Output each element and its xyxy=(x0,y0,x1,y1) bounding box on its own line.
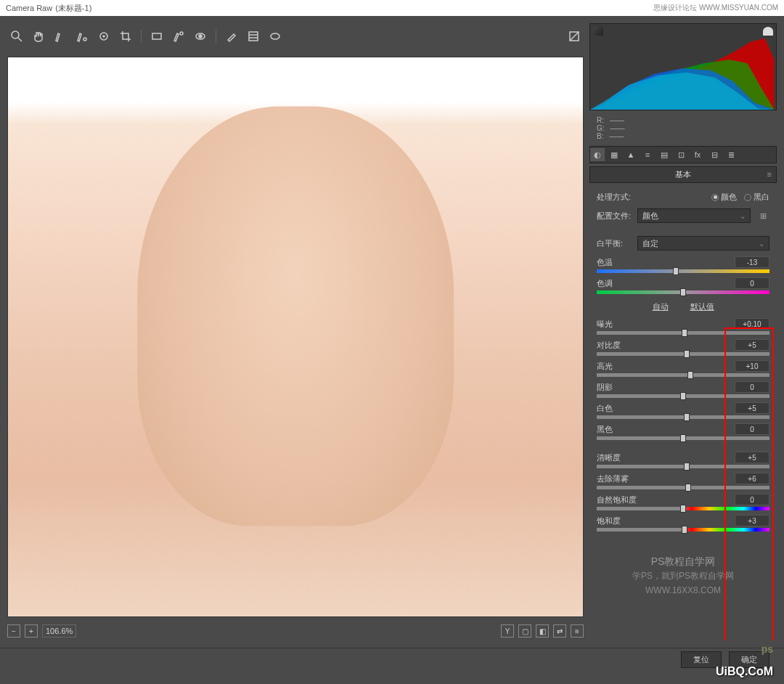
color-sampler-icon[interactable] xyxy=(75,30,89,43)
blacks-slider[interactable] xyxy=(597,436,769,440)
tab-lens[interactable]: ⊡ xyxy=(674,148,688,161)
saturation-value[interactable]: +3 xyxy=(735,515,769,526)
b-label: B: xyxy=(597,132,603,140)
clarity-slider-row: 清晰度+5 xyxy=(597,452,769,468)
svg-point-3 xyxy=(100,33,107,40)
footer-bar: 复位 确定 xyxy=(0,648,784,671)
highlights-slider[interactable] xyxy=(597,373,769,377)
exposure-label: 曝光 xyxy=(597,319,613,330)
adjustment-brush-icon[interactable] xyxy=(225,30,238,43)
profile-label: 配置文件: xyxy=(597,211,632,221)
highlights-value[interactable]: +10 xyxy=(735,360,769,372)
auto-link[interactable]: 自动 xyxy=(653,301,669,312)
zoom-level[interactable]: 106.6% xyxy=(42,624,76,638)
histogram[interactable] xyxy=(589,23,777,110)
hand-tool-icon[interactable] xyxy=(32,30,45,43)
tab-curve[interactable]: ▦ xyxy=(607,148,621,161)
tab-hsl[interactable]: ≡ xyxy=(640,148,655,161)
exposure-slider-row: 曝光+0.10 xyxy=(597,318,769,335)
clarity-label: 清晰度 xyxy=(597,452,621,463)
zoom-in-button[interactable]: + xyxy=(25,624,38,638)
vibrance-slider[interactable] xyxy=(597,507,769,510)
target-adjust-icon[interactable] xyxy=(97,30,110,43)
panel-menu-icon[interactable]: ≡ xyxy=(767,170,772,179)
transform-tool-icon[interactable] xyxy=(150,30,163,43)
temp-value[interactable]: -13 xyxy=(735,256,769,268)
default-link[interactable]: 默认值 xyxy=(690,301,714,312)
exposure-slider[interactable] xyxy=(597,331,769,335)
white-balance-tool-icon[interactable] xyxy=(54,30,67,43)
preview-menu-button[interactable]: ≡ xyxy=(571,624,584,638)
preview-y-button[interactable]: Y xyxy=(501,624,514,638)
portrait-placeholder xyxy=(137,106,454,526)
preview-compare-button[interactable]: ▢ xyxy=(518,624,531,638)
tint-value[interactable]: 0 xyxy=(735,277,769,289)
svg-point-8 xyxy=(199,35,202,38)
treatment-label: 处理方式: xyxy=(597,192,632,203)
tint-slider[interactable] xyxy=(597,290,769,294)
zoom-tool-icon[interactable] xyxy=(10,30,23,43)
profile-browse-icon[interactable]: ⊞ xyxy=(756,209,769,222)
contrast-slider[interactable] xyxy=(597,352,769,356)
tint-label: 色调 xyxy=(597,278,613,289)
clarity-slider[interactable] xyxy=(597,465,769,468)
whites-slider[interactable] xyxy=(597,415,769,419)
svg-rect-5 xyxy=(152,33,161,39)
tab-presets[interactable]: ≣ xyxy=(724,148,738,161)
wm-title: PS教程自学网 xyxy=(597,553,769,569)
whites-label: 白色 xyxy=(597,403,613,414)
shadows-value[interactable]: 0 xyxy=(735,381,769,393)
tab-calibration[interactable]: ⊟ xyxy=(707,148,722,161)
vibrance-value[interactable]: 0 xyxy=(735,494,769,505)
dehaze-slider[interactable] xyxy=(597,486,769,489)
svg-point-2 xyxy=(83,38,86,41)
r-value: —— xyxy=(610,116,624,124)
wb-dropdown[interactable]: 自定 xyxy=(637,236,769,251)
panel-body: 处理方式: 颜色 黑白 配置文件: 颜色 ⊞ 白平衡: 自定 色温-13 xyxy=(589,186,777,640)
r-label: R: xyxy=(597,116,604,124)
image-content xyxy=(8,57,583,616)
preview-split-button[interactable]: ◧ xyxy=(536,624,549,638)
dehaze-slider-row: 去除薄雾+6 xyxy=(597,473,769,489)
tab-fx[interactable]: fx xyxy=(690,148,705,161)
wb-row: 白平衡: 自定 xyxy=(597,236,769,251)
clarity-value[interactable]: +5 xyxy=(735,452,769,463)
saturation-slider[interactable] xyxy=(597,528,769,532)
spot-removal-icon[interactable] xyxy=(172,30,185,43)
tint-slider-row: 色调0 xyxy=(597,277,769,294)
wm-line2: 学PS，就到PS教程自学网 xyxy=(597,569,769,583)
title-bar: Camera Raw (未标题-1) 思缘设计论坛 WWW.MISSYUAN.C… xyxy=(0,0,784,16)
contrast-slider-row: 对比度+5 xyxy=(597,339,769,356)
dehaze-value[interactable]: +6 xyxy=(735,473,769,484)
tab-split[interactable]: ▤ xyxy=(657,148,671,161)
svg-point-0 xyxy=(12,31,19,38)
preview-toggle-icon[interactable] xyxy=(568,30,581,43)
shadows-slider-row: 阴影0 xyxy=(597,381,769,398)
radio-bw[interactable]: 黑白 xyxy=(744,192,769,203)
profile-dropdown[interactable]: 颜色 xyxy=(637,208,751,223)
whites-value[interactable]: +5 xyxy=(735,402,769,414)
blacks-value[interactable]: 0 xyxy=(735,423,769,435)
app-title: Camera Raw xyxy=(6,4,52,12)
tab-basic[interactable]: ◐ xyxy=(590,148,605,161)
main-area: − + 106.6% Y ▢ ◧ ⇄ ≡ R:—— G:—— B:—— xyxy=(0,16,784,648)
contrast-value[interactable]: +5 xyxy=(735,339,769,351)
wm-line3: WWW.16XX8.COM xyxy=(597,584,769,598)
radio-color[interactable]: 颜色 xyxy=(711,192,737,203)
b-value: —— xyxy=(609,132,624,140)
preview-swap-button[interactable]: ⇄ xyxy=(553,624,566,638)
watermark-block: PS教程自学网 学PS，就到PS教程自学网 WWW.16XX8.COM xyxy=(597,553,769,598)
image-preview[interactable] xyxy=(7,57,584,617)
shadows-slider[interactable] xyxy=(597,394,769,398)
exposure-value[interactable]: +0.10 xyxy=(735,318,769,330)
zoom-out-button[interactable]: − xyxy=(7,624,20,638)
svg-point-6 xyxy=(180,32,183,35)
crop-tool-icon[interactable] xyxy=(119,30,132,43)
treatment-row: 处理方式: 颜色 黑白 xyxy=(597,192,769,203)
redeye-tool-icon[interactable] xyxy=(194,30,207,43)
temp-slider[interactable] xyxy=(597,269,769,273)
tab-detail[interactable]: ▲ xyxy=(624,148,638,161)
graduated-filter-icon[interactable] xyxy=(247,30,260,43)
radial-filter-icon[interactable] xyxy=(269,30,282,43)
dehaze-label: 去除薄雾 xyxy=(597,473,629,484)
